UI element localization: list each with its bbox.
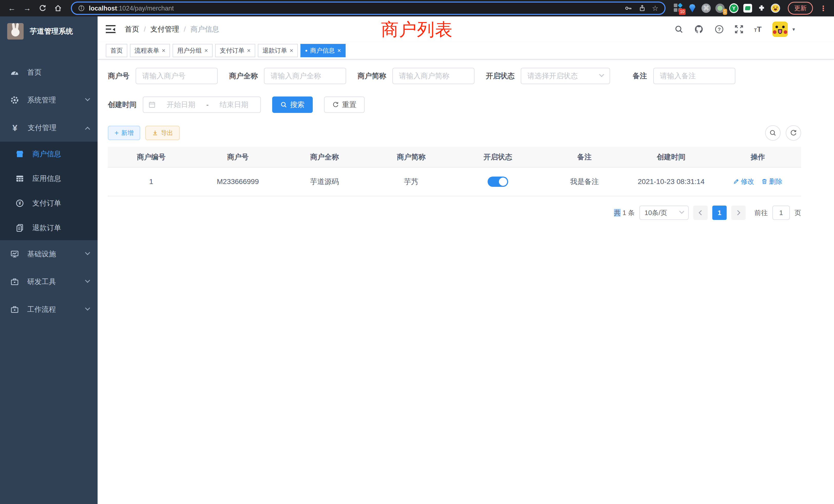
sidebar-collapse-icon[interactable] — [106, 25, 115, 33]
refresh-icon — [790, 129, 797, 137]
user-avatar[interactable] — [772, 22, 788, 37]
extension-badge: 10 — [679, 9, 686, 15]
tab-process-form[interactable]: 流程表单× — [130, 44, 170, 57]
tab-merchant-info[interactable]: ●商户信息× — [301, 44, 346, 57]
help-icon[interactable]: ? — [715, 25, 724, 34]
cell-short-name: 芋艿 — [368, 167, 455, 196]
page-size-select[interactable]: 10条/页 — [639, 206, 689, 220]
export-button[interactable]: 导出 — [145, 126, 180, 140]
page-info-icon[interactable] — [78, 5, 85, 12]
sidebar-item-system[interactable]: 系统管理 — [0, 86, 97, 114]
sidebar-item-app-info[interactable]: 应用信息 — [0, 166, 97, 191]
sidebar-item-label: 系统管理 — [27, 95, 56, 105]
status-select[interactable]: 请选择开启状态 — [521, 68, 610, 84]
search-button[interactable]: 搜索 — [272, 96, 313, 113]
breadcrumb-home[interactable]: 首页 — [125, 24, 139, 34]
col-actions: 操作 — [715, 147, 802, 167]
table-grid-icon — [16, 174, 24, 183]
browser-menu-icon[interactable]: ⋮ — [817, 4, 829, 13]
fullscreen-icon[interactable] — [734, 25, 743, 33]
extensions-area: 10 ⌘ 1 Y 更新 ⋮ — [672, 2, 829, 15]
refresh-table-button[interactable] — [786, 125, 801, 141]
browser-reload-button[interactable] — [36, 2, 49, 15]
chevron-down-icon — [85, 250, 90, 255]
browser-update-button[interactable]: 更新 — [788, 2, 813, 15]
col-remark: 备注 — [541, 147, 628, 167]
pagination: 共 1 条 10条/页 1 前往 页 — [108, 206, 801, 220]
download-icon — [152, 130, 158, 136]
full-name-label: 商户全称 — [229, 71, 258, 81]
tab-user-group[interactable]: 用户分组× — [173, 44, 213, 57]
github-icon[interactable] — [694, 24, 704, 34]
tab-pay-order[interactable]: 支付订单× — [215, 44, 255, 57]
sidebar-item-infra[interactable]: 基础设施 — [0, 240, 97, 268]
status-label: 开启状态 — [486, 71, 514, 81]
page-1-button[interactable]: 1 — [712, 206, 727, 220]
close-icon[interactable]: × — [290, 47, 293, 54]
green-extension-icon[interactable]: Y — [729, 4, 739, 13]
sidebar-item-pay[interactable]: ¥ 支付管理 — [0, 114, 97, 142]
close-icon[interactable]: × — [162, 47, 166, 54]
sidebar-item-refund-order[interactable]: 退款订单 — [0, 215, 97, 240]
bookmark-star-icon[interactable]: ☆ — [652, 4, 658, 13]
chat-extension-icon[interactable] — [743, 4, 752, 13]
avatar-caret-icon[interactable]: ▾ — [792, 26, 795, 32]
url-bar[interactable]: localhost:1024/pay/merchant ☆ — [71, 2, 665, 15]
chevron-down-icon — [85, 278, 90, 283]
gear-icon — [10, 96, 19, 105]
edit-link[interactable]: 修改 — [733, 177, 754, 186]
sidebar-item-pay-order[interactable]: ¥ 支付订单 — [0, 191, 97, 215]
browser-forward-button[interactable]: → — [21, 2, 34, 15]
add-button[interactable]: +新增 — [108, 126, 140, 140]
col-status: 开启状态 — [455, 147, 541, 167]
reset-button[interactable]: 重置 — [324, 96, 365, 113]
sidebar-item-dev-tools[interactable]: 研发工具 — [0, 268, 97, 296]
yen-icon: ¥ — [10, 123, 20, 133]
next-page-button[interactable] — [731, 206, 746, 220]
create-time-range-picker[interactable]: 开始日期 - 结束日期 — [143, 96, 261, 113]
app-logo-row[interactable]: 芋道管理系统 — [0, 17, 97, 46]
sidebar-item-label: 支付订单 — [32, 198, 61, 208]
profile-extension-icon[interactable]: 1 — [716, 4, 725, 13]
delete-link[interactable]: 删除 — [761, 177, 783, 186]
tab-home[interactable]: 首页 — [106, 44, 127, 57]
prev-page-button[interactable] — [693, 206, 708, 220]
close-icon[interactable]: × — [337, 47, 341, 54]
emoji-extension-icon[interactable] — [771, 4, 780, 13]
close-icon[interactable]: × — [247, 47, 250, 54]
status-toggle[interactable] — [488, 177, 508, 187]
remark-input[interactable] — [653, 68, 736, 84]
puzzle-extensions-icon[interactable] — [757, 4, 766, 13]
chevron-down-icon — [85, 96, 90, 101]
merchant-no-input[interactable] — [136, 68, 218, 84]
sidebar-item-home[interactable]: 首页 — [0, 59, 97, 86]
sidebar: 芋道管理系统 首页 系统管理 ¥ 支付管理 商户信息 — [0, 17, 97, 504]
pin-extension-icon[interactable] — [688, 4, 697, 13]
create-time-label: 创建时间 — [108, 100, 137, 110]
url-host: localhost — [89, 5, 117, 12]
password-key-icon[interactable] — [625, 4, 632, 12]
edit-pen-icon — [733, 178, 739, 184]
browser-home-button[interactable] — [51, 2, 65, 15]
app-title: 芋道管理系统 — [30, 26, 73, 36]
close-icon[interactable]: × — [204, 47, 208, 54]
sidebar-item-workflow[interactable]: 工作流程 — [0, 296, 97, 323]
search-icon — [769, 129, 776, 137]
chevron-down-icon — [679, 209, 684, 214]
grid-extension-icon[interactable]: 10 — [674, 4, 683, 13]
font-size-icon[interactable]: TT — [754, 25, 762, 33]
search-icon[interactable] — [675, 25, 683, 33]
command-extension-icon[interactable]: ⌘ — [702, 4, 711, 13]
col-full-name: 商户全称 — [281, 147, 368, 167]
browser-back-button[interactable]: ← — [5, 2, 19, 15]
extension-badge: 1 — [723, 9, 727, 15]
sidebar-item-merchant-info[interactable]: 商户信息 — [0, 142, 97, 166]
short-name-input[interactable] — [392, 68, 475, 84]
full-name-input[interactable] — [264, 68, 346, 84]
goto-page-input[interactable] — [772, 206, 790, 220]
remark-label: 备注 — [633, 71, 647, 81]
show-search-toggle-button[interactable] — [765, 125, 781, 141]
tab-refund-order[interactable]: 退款订单× — [258, 44, 298, 57]
share-icon[interactable] — [639, 4, 646, 12]
breadcrumb-pay[interactable]: 支付管理 — [151, 24, 179, 34]
